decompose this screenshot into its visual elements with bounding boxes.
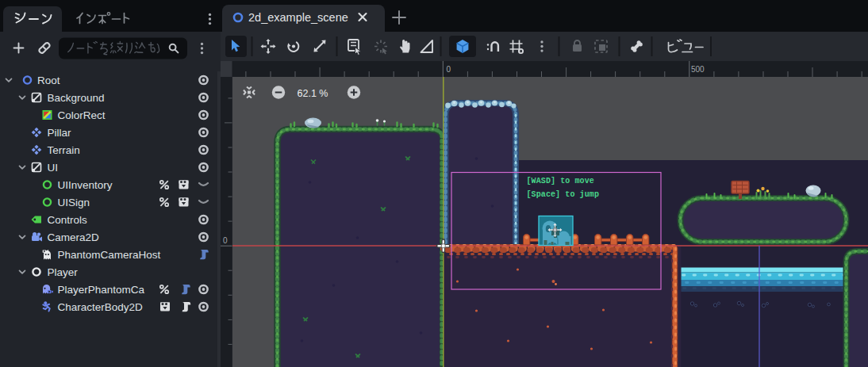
svg-text:PlayerPhantomCa: PlayerPhantomCa (58, 284, 145, 296)
svg-text:PhantomCameraHost: PhantomCameraHost (58, 249, 161, 261)
svg-text:Pillar: Pillar (48, 127, 72, 139)
svg-text:UI: UI (48, 162, 59, 174)
svg-text:[WASD] to move: [WASD] to move (526, 177, 593, 185)
svg-text:Player: Player (48, 266, 79, 278)
svg-text:[Space] to jump: [Space] to jump (526, 190, 599, 199)
svg-text:Terrain: Terrain (48, 144, 80, 156)
svg-text:CharacterBody2D: CharacterBody2D (58, 301, 144, 313)
svg-text:Background: Background (48, 92, 105, 104)
svg-text:0: 0 (223, 236, 228, 245)
svg-text:Controls: Controls (48, 214, 88, 226)
svg-text:2d_example_scene: 2d_example_scene (248, 11, 348, 24)
svg-text:ColorRect: ColorRect (58, 109, 106, 121)
svg-text:Camera2D: Camera2D (48, 231, 100, 243)
svg-text:62.1 %: 62.1 % (297, 88, 328, 99)
svg-text:UIInventory: UIInventory (58, 179, 113, 191)
svg-text:500: 500 (691, 65, 705, 74)
svg-text:0: 0 (447, 65, 451, 74)
svg-text:UISign: UISign (58, 197, 90, 208)
svg-text:Root: Root (37, 75, 60, 86)
